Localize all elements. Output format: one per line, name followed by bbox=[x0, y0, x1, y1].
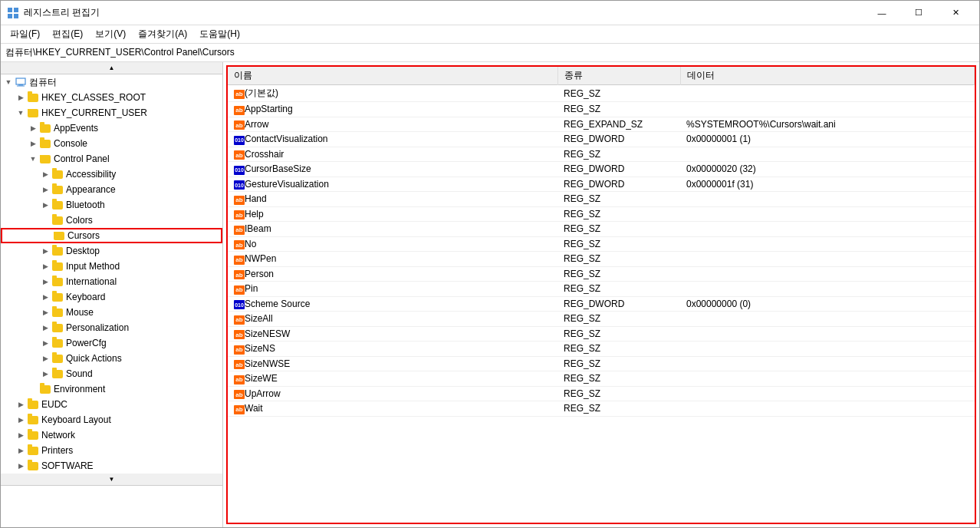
tree-node-appearance[interactable]: ▶ Appearance bbox=[1, 182, 222, 197]
tree-node-appevents[interactable]: ▶ AppEvents bbox=[1, 120, 222, 136]
table-row[interactable]: abArrowREG_EXPAND_SZ%SYSTEMROOT%\Cursors… bbox=[228, 117, 975, 132]
expander-console[interactable]: ▶ bbox=[27, 136, 39, 151]
sound-label: Sound bbox=[66, 368, 93, 379]
table-row[interactable]: ab(기본값)REG_SZ bbox=[228, 85, 975, 102]
expander-controlpanel[interactable]: ▼ bbox=[27, 151, 39, 167]
dword-reg-icon: 010 bbox=[234, 134, 245, 145]
table-row[interactable]: abNoREG_SZ bbox=[228, 236, 975, 252]
tree-node-international[interactable]: ▶ International bbox=[1, 274, 222, 289]
ab-reg-icon: ab bbox=[234, 149, 245, 160]
tree-panel[interactable]: ▲ ▼ 컴퓨터 ▶ HKEY_CLASSES_ROOT bbox=[1, 62, 223, 527]
table-row[interactable]: abWaitREG_SZ bbox=[228, 401, 975, 417]
right-panel[interactable]: 이름 종류 데이터 ab(기본값)REG_SZabAppStartingREG_… bbox=[223, 62, 979, 527]
expander-quickactions[interactable]: ▶ bbox=[39, 351, 51, 366]
folder-icon-keyboardlayout bbox=[27, 414, 39, 425]
menu-help[interactable]: 도움말(H) bbox=[193, 26, 246, 42]
expander-computer[interactable]: ▼ bbox=[2, 74, 15, 90]
table-row[interactable]: abSizeNWSEREG_SZ bbox=[228, 356, 975, 371]
tree-node-network[interactable]: ▶ Network bbox=[1, 427, 222, 443]
expander-printers[interactable]: ▶ bbox=[15, 443, 27, 458]
tree-node-personalization[interactable]: ▶ Personalization bbox=[1, 320, 222, 335]
folder-icon-keyboard bbox=[51, 292, 64, 302]
expander-software[interactable]: ▶ bbox=[15, 458, 27, 474]
tree-node-keyboard[interactable]: ▶ Keyboard bbox=[1, 289, 222, 305]
maximize-button[interactable]: ☐ bbox=[901, 5, 936, 21]
expander-eudc[interactable]: ▶ bbox=[15, 397, 27, 412]
expander-accessibility[interactable]: ▶ bbox=[39, 167, 51, 182]
menu-view[interactable]: 보기(V) bbox=[89, 26, 132, 42]
table-row[interactable]: abSizeWEREG_SZ bbox=[228, 371, 975, 387]
tree-node-keyboardlayout[interactable]: ▶ Keyboard Layout bbox=[1, 412, 222, 427]
tree-node-computer[interactable]: ▼ 컴퓨터 bbox=[1, 74, 222, 90]
tree-node-controlpanel[interactable]: ▼ Control Panel bbox=[1, 151, 222, 167]
expander-appearance[interactable]: ▶ bbox=[39, 182, 51, 197]
tree-node-desktop[interactable]: ▶ Desktop bbox=[1, 243, 222, 259]
expander-desktop[interactable]: ▶ bbox=[39, 243, 51, 259]
expander-sound[interactable]: ▶ bbox=[39, 366, 51, 381]
table-row[interactable]: abHelpREG_SZ bbox=[228, 206, 975, 222]
expander-personalization[interactable]: ▶ bbox=[39, 320, 51, 335]
reg-type-cell: REG_SZ bbox=[557, 356, 680, 371]
expander-international[interactable]: ▶ bbox=[39, 274, 51, 289]
powercfg-label: PowerCfg bbox=[66, 338, 107, 348]
expander-keyboardlayout[interactable]: ▶ bbox=[15, 412, 27, 427]
col-header-name[interactable]: 이름 bbox=[228, 67, 557, 85]
expander-mouse[interactable]: ▶ bbox=[39, 305, 51, 320]
tree-scroll-up[interactable]: ▲ bbox=[1, 62, 222, 74]
expander-appevents[interactable]: ▶ bbox=[27, 120, 39, 136]
reg-data-cell: 0x00000020 (32) bbox=[680, 162, 975, 177]
table-row[interactable]: abAppStartingREG_SZ bbox=[228, 102, 975, 117]
menu-favorites[interactable]: 즐겨찾기(A) bbox=[132, 26, 193, 42]
table-row[interactable]: abHandREG_SZ bbox=[228, 192, 975, 207]
tree-node-eudc[interactable]: ▶ EUDC bbox=[1, 397, 222, 412]
printers-label: Printers bbox=[41, 445, 73, 456]
tree-node-inputmethod[interactable]: ▶ Input Method bbox=[1, 259, 222, 274]
tree-scroll-down[interactable]: ▼ bbox=[1, 474, 222, 486]
table-row[interactable]: abSizeNSREG_SZ bbox=[228, 342, 975, 357]
tree-node-mouse[interactable]: ▶ Mouse bbox=[1, 305, 222, 320]
tree-node-cursors[interactable]: ▶ Cursors bbox=[1, 228, 222, 243]
tree-node-colors[interactable]: ▶ Colors bbox=[1, 213, 222, 228]
table-row[interactable]: abSizeNESWREG_SZ bbox=[228, 326, 975, 342]
table-row[interactable]: abIBeamREG_SZ bbox=[228, 222, 975, 237]
tree-node-console[interactable]: ▶ Console bbox=[1, 136, 222, 151]
reg-type-cell: REG_SZ bbox=[557, 147, 680, 162]
table-row[interactable]: abPersonREG_SZ bbox=[228, 266, 975, 282]
tree-node-hkcu[interactable]: ▼ HKEY_CURRENT_USER bbox=[1, 105, 222, 120]
table-row[interactable]: abPinREG_SZ bbox=[228, 282, 975, 297]
expander-bluetooth[interactable]: ▶ bbox=[39, 197, 51, 213]
col-header-data[interactable]: 데이터 bbox=[680, 67, 975, 85]
table-row[interactable]: 010Scheme SourceREG_DWORD0x00000000 (0) bbox=[228, 296, 975, 312]
reg-name-cell: 010ContactVisualization bbox=[228, 132, 557, 147]
svg-rect-4 bbox=[16, 78, 25, 84]
tree-node-environment[interactable]: ▶ Environment bbox=[1, 381, 222, 397]
table-row[interactable]: 010ContactVisualizationREG_DWORD0x000000… bbox=[228, 132, 975, 147]
expander-network[interactable]: ▶ bbox=[15, 427, 27, 443]
expander-hkcr[interactable]: ▶ bbox=[15, 90, 27, 105]
table-row[interactable]: 010CursorBaseSizeREG_DWORD0x00000020 (32… bbox=[228, 162, 975, 177]
reg-name-cell: abAppStarting bbox=[228, 102, 557, 117]
table-row[interactable]: abSizeAllREG_SZ bbox=[228, 312, 975, 327]
close-button[interactable]: ✕ bbox=[938, 5, 973, 21]
folder-icon-environment bbox=[39, 384, 51, 394]
table-row[interactable]: abUpArrowREG_SZ bbox=[228, 386, 975, 401]
tree-node-quickactions[interactable]: ▶ Quick Actions bbox=[1, 351, 222, 366]
expander-powercfg[interactable]: ▶ bbox=[39, 335, 51, 351]
tree-node-bluetooth[interactable]: ▶ Bluetooth bbox=[1, 197, 222, 213]
tree-node-printers[interactable]: ▶ Printers bbox=[1, 443, 222, 458]
tree-node-sound[interactable]: ▶ Sound bbox=[1, 366, 222, 381]
col-header-type[interactable]: 종류 bbox=[557, 67, 680, 85]
expander-inputmethod[interactable]: ▶ bbox=[39, 259, 51, 274]
menu-edit[interactable]: 편집(E) bbox=[46, 26, 89, 42]
expander-hkcu[interactable]: ▼ bbox=[15, 105, 27, 120]
tree-node-accessibility[interactable]: ▶ Accessibility bbox=[1, 167, 222, 182]
tree-node-hkcr[interactable]: ▶ HKEY_CLASSES_ROOT bbox=[1, 90, 222, 105]
expander-keyboard[interactable]: ▶ bbox=[39, 289, 51, 305]
tree-node-software[interactable]: ▶ SOFTWARE bbox=[1, 458, 222, 474]
table-row[interactable]: abCrosshairREG_SZ bbox=[228, 147, 975, 162]
tree-node-powercfg[interactable]: ▶ PowerCfg bbox=[1, 335, 222, 351]
table-row[interactable]: abNWPenREG_SZ bbox=[228, 252, 975, 267]
minimize-button[interactable]: — bbox=[864, 5, 899, 21]
table-row[interactable]: 010GestureVisualizationREG_DWORD0x000000… bbox=[228, 177, 975, 192]
menu-file[interactable]: 파일(F) bbox=[4, 26, 46, 42]
